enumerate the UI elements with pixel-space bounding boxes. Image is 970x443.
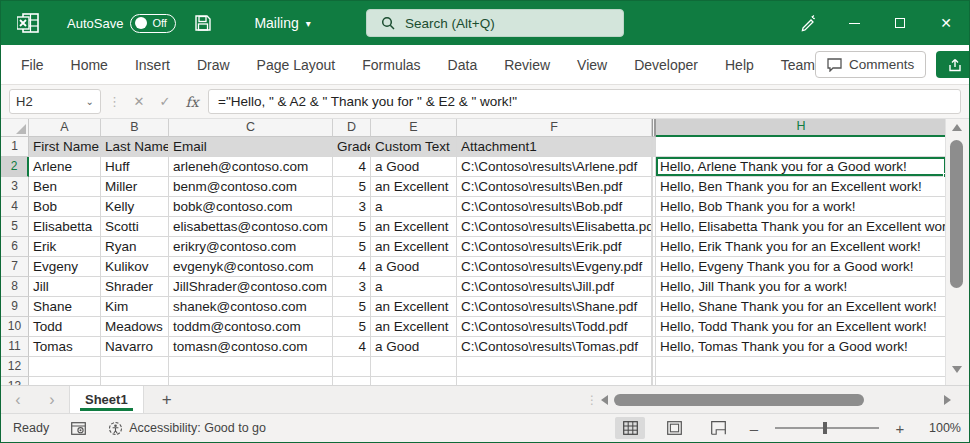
zoom-level[interactable]: 100% — [921, 421, 961, 435]
menu-tab-help[interactable]: Help — [725, 57, 754, 73]
menu-tab-home[interactable]: Home — [71, 57, 108, 73]
cell-E5[interactable]: an Excellent — [371, 217, 457, 237]
cell-A5[interactable]: Elisabetta — [29, 217, 101, 237]
cell-F9[interactable]: C:\Contoso\results\Shane.pdf — [457, 297, 652, 317]
cell-H3[interactable]: Hello, Ben Thank you for an Excellent wo… — [656, 177, 945, 197]
menu-tab-developer[interactable]: Developer — [634, 57, 698, 73]
cell-B4[interactable]: Kelly — [101, 197, 169, 217]
cell-F7[interactable]: C:\Contoso\results\Evgeny.pdf — [457, 257, 652, 277]
cell-A2[interactable]: Arlene — [29, 157, 101, 177]
menu-tab-formulas[interactable]: Formulas — [362, 57, 420, 73]
cell-H9[interactable]: Hello, Shane Thank you for an Excellent … — [656, 297, 945, 317]
row-header-10[interactable]: 10 — [1, 317, 29, 337]
cell-B2[interactable]: Huff — [101, 157, 169, 177]
zoom-slider[interactable] — [775, 427, 879, 429]
cell-H2[interactable]: Hello, Arlene Thank you for a Good work! — [656, 157, 945, 177]
cell-D4[interactable]: 3 — [333, 197, 371, 217]
pen-sparkle-icon[interactable] — [785, 1, 831, 45]
row-header-8[interactable]: 8 — [1, 277, 29, 297]
scroll-right-icon[interactable] — [944, 395, 951, 405]
cell-D13[interactable] — [333, 377, 371, 385]
minimize-button[interactable] — [831, 1, 877, 45]
cell-C3[interactable]: benm@contoso.com — [169, 177, 333, 197]
name-box-chevron-icon[interactable]: ⌄ — [86, 96, 94, 107]
cancel-entry-button[interactable]: ✕ — [128, 94, 150, 109]
new-sheet-button[interactable]: + — [144, 386, 190, 413]
row-header-1[interactable]: 1 — [1, 137, 29, 157]
vertical-scroll-thumb[interactable] — [950, 140, 963, 288]
page-break-preview-button[interactable] — [703, 417, 733, 439]
cell-E7[interactable]: a Good — [371, 257, 457, 277]
enter-entry-button[interactable]: ✓ — [154, 94, 176, 109]
comments-button[interactable]: Comments — [815, 51, 926, 78]
cell-E8[interactable]: a — [371, 277, 457, 297]
cell-D11[interactable]: 4 — [333, 337, 371, 357]
menu-tab-team[interactable]: Team — [781, 57, 815, 73]
cell-A12[interactable] — [29, 357, 101, 377]
scroll-down-icon[interactable] — [952, 366, 962, 373]
cell-C13[interactable] — [169, 377, 333, 385]
cell-H6[interactable]: Hello, Erik Thank you for an Excellent w… — [656, 237, 945, 257]
cell-B8[interactable]: Shrader — [101, 277, 169, 297]
cell-D8[interactable]: 3 — [333, 277, 371, 297]
column-header-E[interactable]: E — [371, 119, 457, 137]
column-header-F[interactable]: F — [457, 119, 652, 137]
row-header-11[interactable]: 11 — [1, 337, 29, 357]
macro-record-icon[interactable] — [71, 422, 86, 435]
cell-E12[interactable] — [371, 357, 457, 377]
page-layout-view-button[interactable] — [659, 417, 689, 439]
scroll-up-icon[interactable] — [952, 124, 962, 131]
tabbar-splitter[interactable]: ⋮ — [586, 386, 598, 413]
normal-view-button[interactable] — [615, 417, 645, 439]
cell-C6[interactable]: erikry@contoso.com — [169, 237, 333, 257]
save-button[interactable] — [194, 14, 212, 32]
cell-E11[interactable]: a Good — [371, 337, 457, 357]
cell-H4[interactable]: Hello, Bob Thank you for a work! — [656, 197, 945, 217]
zoom-out-button[interactable]: – — [747, 420, 761, 437]
accessibility-icon[interactable] — [108, 421, 123, 436]
column-header-H[interactable]: H — [656, 119, 945, 137]
cell-H1[interactable] — [656, 137, 945, 157]
cell-D9[interactable]: 5 — [333, 297, 371, 317]
cell-C5[interactable]: elisabettas@contoso.com — [169, 217, 333, 237]
document-title[interactable]: Mailing ▾ — [254, 15, 310, 31]
cell-A11[interactable]: Tomas — [29, 337, 101, 357]
cell-C8[interactable]: JillShrader@contoso.com — [169, 277, 333, 297]
close-button[interactable]: ✕ — [923, 1, 969, 45]
cell-D1[interactable]: Grade — [333, 137, 371, 157]
cell-A4[interactable]: Bob — [29, 197, 101, 217]
cell-F12[interactable] — [457, 357, 652, 377]
cell-C10[interactable]: toddm@contoso.com — [169, 317, 333, 337]
column-header-B[interactable]: B — [101, 119, 169, 137]
cell-H5[interactable]: Hello, Elisabetta Thank you for an Excel… — [656, 217, 945, 237]
row-header-7[interactable]: 7 — [1, 257, 29, 277]
cell-D12[interactable] — [333, 357, 371, 377]
cell-H8[interactable]: Hello, Jill Thank you for a work! — [656, 277, 945, 297]
cell-B10[interactable]: Meadows — [101, 317, 169, 337]
cell-C1[interactable]: Email — [169, 137, 333, 157]
menu-tab-view[interactable]: View — [577, 57, 607, 73]
fill-handle[interactable] — [943, 173, 945, 178]
cell-F6[interactable]: C:\Contoso\results\Erik.pdf — [457, 237, 652, 257]
search-input[interactable]: Search (Alt+Q) — [366, 9, 624, 37]
menu-tab-page-layout[interactable]: Page Layout — [257, 57, 336, 73]
cell-D6[interactable]: 5 — [333, 237, 371, 257]
cell-A1[interactable]: First Name — [29, 137, 101, 157]
cell-F1[interactable]: Attachment1 — [457, 137, 652, 157]
formula-input[interactable]: ="Hello, " & A2 & " Thank you for " & E2… — [208, 89, 961, 114]
cell-B12[interactable] — [101, 357, 169, 377]
prev-sheet-button[interactable]: ‹ — [1, 386, 35, 413]
maximize-button[interactable] — [877, 1, 923, 45]
zoom-slider-thumb[interactable] — [823, 422, 827, 434]
next-sheet-button[interactable]: › — [35, 386, 69, 413]
row-header-12[interactable]: 12 — [1, 357, 29, 377]
column-header-C[interactable]: C — [169, 119, 333, 137]
cell-A7[interactable]: Evgeny — [29, 257, 101, 277]
cell-H7[interactable]: Hello, Evgeny Thank you for a Good work! — [656, 257, 945, 277]
column-header-D[interactable]: D — [333, 119, 371, 137]
cell-A3[interactable]: Ben — [29, 177, 101, 197]
cell-E13[interactable] — [371, 377, 457, 385]
cell-H11[interactable]: Hello, Tomas Thank you for a Good work! — [656, 337, 945, 357]
horizontal-scrollbar[interactable] — [601, 386, 951, 413]
row-header-13[interactable]: 13 — [1, 377, 29, 385]
